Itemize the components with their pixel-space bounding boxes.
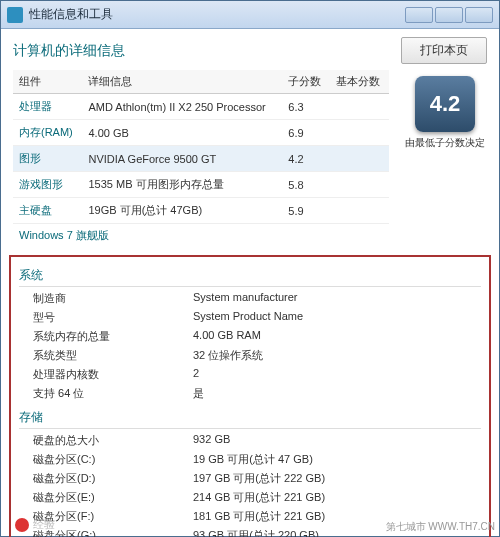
- table-row: 游戏图形1535 MB 可用图形内存总量5.8: [13, 172, 389, 198]
- cell-subscore: 5.9: [282, 198, 330, 224]
- window-controls: [405, 7, 493, 23]
- cell-empty: [330, 172, 389, 198]
- detail-value: 932 GB: [193, 433, 481, 448]
- cell-subscore: 6.3: [282, 94, 330, 120]
- detail-value: 19 GB 可用(总计 47 GB): [193, 452, 481, 467]
- detail-key: 磁盘分区(C:): [33, 452, 193, 467]
- detail-key: 制造商: [33, 291, 193, 306]
- cell-detail: 4.00 GB: [82, 120, 282, 146]
- cell-subscore: 5.8: [282, 172, 330, 198]
- score-table: 组件 详细信息 子分数 基本分数 处理器AMD Athlon(tm) II X2…: [13, 70, 389, 224]
- detail-row: 磁盘分区(E:)214 GB 可用(总计 221 GB): [19, 488, 481, 507]
- detail-row: 硬盘的总大小932 GB: [19, 431, 481, 450]
- page-heading: 计算机的详细信息: [13, 42, 125, 60]
- detail-key: 硬盘的总大小: [33, 433, 193, 448]
- detail-row: 磁盘分区(D:)197 GB 可用(总计 222 GB): [19, 469, 481, 488]
- cell-empty: [330, 198, 389, 224]
- col-component: 组件: [13, 70, 82, 94]
- window-title: 性能信息和工具: [29, 6, 405, 23]
- baidu-watermark: 经验: [15, 517, 55, 532]
- detail-key: 支持 64 位: [33, 386, 193, 401]
- table-row: 图形NVIDIA GeForce 9500 GT4.2: [13, 146, 389, 172]
- detail-value: 2: [193, 367, 481, 382]
- score-caption: 由最低子分数决定: [403, 136, 487, 149]
- table-row: 主硬盘19GB 可用(总计 47GB)5.9: [13, 198, 389, 224]
- detail-key: 系统内存的总量: [33, 329, 193, 344]
- details-box: 系统制造商System manufacturer型号System Product…: [9, 255, 491, 537]
- baidu-paw-icon: [15, 518, 29, 532]
- base-score-block: 4.2 由最低子分数决定: [403, 76, 487, 251]
- cell-subscore: 4.2: [282, 146, 330, 172]
- detail-row: 制造商System manufacturer: [19, 289, 481, 308]
- cell-component: 内存(RAM): [13, 120, 82, 146]
- detail-row: 系统类型32 位操作系统: [19, 346, 481, 365]
- cell-empty: [330, 120, 389, 146]
- col-basescore: 基本分数: [330, 70, 389, 94]
- detail-value: 是: [193, 386, 481, 401]
- windows-version: Windows 7 旗舰版: [13, 224, 389, 251]
- score-badge: 4.2: [415, 76, 475, 132]
- cell-empty: [330, 94, 389, 120]
- detail-key: 磁盘分区(F:): [33, 509, 193, 524]
- app-icon: [7, 7, 23, 23]
- section-head-system: 系统: [19, 261, 481, 287]
- detail-row: 型号System Product Name: [19, 308, 481, 327]
- detail-value: 4.00 GB RAM: [193, 329, 481, 344]
- cell-detail: 19GB 可用(总计 47GB): [82, 198, 282, 224]
- detail-key: 型号: [33, 310, 193, 325]
- col-subscore: 子分数: [282, 70, 330, 94]
- baidu-text: 经验: [33, 517, 55, 532]
- minimize-button[interactable]: [405, 7, 433, 23]
- detail-value: System Product Name: [193, 310, 481, 325]
- cell-component: 游戏图形: [13, 172, 82, 198]
- col-detail: 详细信息: [82, 70, 282, 94]
- titlebar[interactable]: 性能信息和工具: [1, 1, 499, 29]
- cell-detail: AMD Athlon(tm) II X2 250 Processor: [82, 94, 282, 120]
- cell-empty: [330, 146, 389, 172]
- table-row: 内存(RAM)4.00 GB6.9: [13, 120, 389, 146]
- section-head-storage: 存储: [19, 403, 481, 429]
- table-row: 处理器AMD Athlon(tm) II X2 250 Processor6.3: [13, 94, 389, 120]
- print-button[interactable]: 打印本页: [401, 37, 487, 64]
- detail-value: System manufacturer: [193, 291, 481, 306]
- detail-row: 磁盘分区(C:)19 GB 可用(总计 47 GB): [19, 450, 481, 469]
- detail-key: 磁盘分区(E:): [33, 490, 193, 505]
- cell-component: 图形: [13, 146, 82, 172]
- cell-component: 处理器: [13, 94, 82, 120]
- content-panel: 计算机的详细信息 打印本页 组件 详细信息 子分数 基本分数 处理器AMD At…: [1, 29, 499, 255]
- detail-value: 32 位操作系统: [193, 348, 481, 363]
- close-button[interactable]: [465, 7, 493, 23]
- cell-subscore: 6.9: [282, 120, 330, 146]
- detail-value: 214 GB 可用(总计 221 GB): [193, 490, 481, 505]
- window-frame: 性能信息和工具 计算机的详细信息 打印本页 组件 详细信息 子分数 基本分数: [0, 0, 500, 537]
- cell-component: 主硬盘: [13, 198, 82, 224]
- cell-detail: 1535 MB 可用图形内存总量: [82, 172, 282, 198]
- detail-value: 197 GB 可用(总计 222 GB): [193, 471, 481, 486]
- detail-row: 支持 64 位是: [19, 384, 481, 403]
- detail-key: 处理器内核数: [33, 367, 193, 382]
- detail-key: 系统类型: [33, 348, 193, 363]
- detail-row: 系统内存的总量4.00 GB RAM: [19, 327, 481, 346]
- site-watermark: 第七城市 WWW.TH7.CN: [386, 520, 495, 534]
- detail-key: 磁盘分区(D:): [33, 471, 193, 486]
- detail-row: 处理器内核数2: [19, 365, 481, 384]
- cell-detail: NVIDIA GeForce 9500 GT: [82, 146, 282, 172]
- maximize-button[interactable]: [435, 7, 463, 23]
- detail-key: 磁盘分区(G:): [33, 528, 193, 537]
